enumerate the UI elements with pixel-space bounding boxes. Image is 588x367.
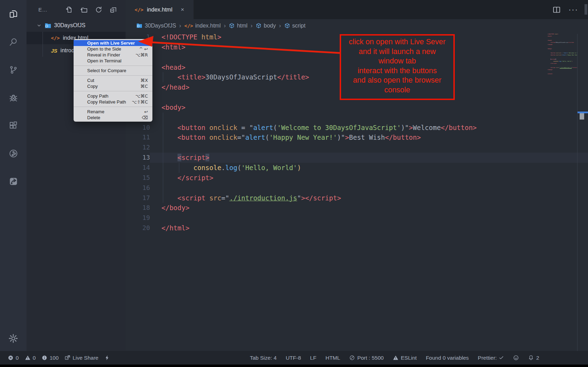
folder-icon	[136, 22, 143, 29]
menu-item-select-for-compare[interactable]: Select for Compare	[74, 68, 152, 74]
info-icon	[42, 355, 47, 361]
annotation-line: interact with the buttons	[341, 66, 453, 76]
activity-item-live-share[interactable]	[0, 167, 27, 195]
cube-icon	[284, 23, 290, 29]
code-line-8: 8<body>	[126, 102, 588, 113]
status-eslint[interactable]: ESLint	[393, 355, 417, 361]
status-problems-info[interactable]: 100	[42, 355, 59, 361]
menu-item-label: Select for Compare	[87, 68, 126, 73]
breadcrumb-item-index-html[interactable]: </>index.html	[184, 23, 220, 29]
status-eol[interactable]: LF	[310, 355, 316, 361]
close-tab-icon[interactable]: ×	[181, 6, 184, 13]
activity-item-source-control[interactable]	[0, 56, 27, 84]
menu-item-cut[interactable]: Cut⌘X	[74, 77, 152, 83]
minimap-token: </script>	[550, 63, 557, 64]
activity-item-run-debug[interactable]	[0, 84, 27, 112]
status-variables[interactable]: Found 0 variables	[426, 355, 469, 361]
status-live-share[interactable]: Live Share	[65, 355, 98, 361]
minimap-token: html	[554, 33, 557, 35]
activity-item-extensions[interactable]	[0, 112, 27, 139]
code-token	[161, 124, 178, 131]
scrollbar-thumb[interactable]	[585, 4, 587, 15]
refresh-button[interactable]	[95, 6, 103, 14]
minimap-token	[548, 61, 553, 62]
menu-item-copy-path[interactable]: Copy Path⌥⌘C	[74, 93, 152, 99]
menu-item-open-in-terminal[interactable]: Open in Terminal	[74, 58, 152, 64]
status-tab-size[interactable]: Tab Size: 4	[250, 355, 277, 361]
minimap-token: 30DaysOfJavaScript	[555, 42, 568, 43]
minimap-token	[548, 67, 550, 68]
breadcrumb-item-script[interactable]: script	[284, 23, 306, 29]
status-port[interactable]: Port : 5500	[349, 355, 384, 361]
code-token: onclick	[205, 133, 238, 141]
breadcrumb-item-html[interactable]: html	[229, 23, 247, 29]
activity-item-search[interactable]	[0, 28, 27, 56]
menu-item-copy[interactable]: Copy⌘C	[74, 83, 152, 89]
status-prettier[interactable]: Prettier:	[478, 355, 504, 361]
status-problems-errors-label: 0	[16, 355, 19, 361]
files-icon	[9, 9, 18, 19]
code-token: Welcome	[413, 124, 441, 131]
menu-item-reveal-in-finder[interactable]: Reveal in Finder⌥⌘R	[74, 52, 152, 58]
menu-item-open-to-the-side[interactable]: Open to the Side^ ↩	[74, 46, 152, 52]
tree-item-folder[interactable]: 30DaysOfJS	[27, 19, 126, 32]
code-token: <html>	[161, 43, 186, 51]
more-actions-icon[interactable]: ···	[568, 5, 578, 14]
status-language-mode[interactable]: HTML	[325, 355, 340, 361]
line-content	[150, 113, 588, 123]
line-content: </body>	[150, 203, 588, 213]
menu-item-rename[interactable]: Rename↩	[74, 109, 152, 115]
menu-item-shortcut: ⌥⇧⌘C	[132, 99, 148, 105]
collapse-all-button[interactable]	[110, 6, 117, 14]
new-folder-button[interactable]	[80, 6, 88, 14]
code-token	[161, 164, 194, 171]
indent-guide	[163, 193, 163, 203]
line-number: 10	[126, 123, 150, 133]
status-problems-errors[interactable]: 0	[8, 355, 19, 361]
explorer-header: E…	[27, 0, 126, 19]
tree-indent-guide	[43, 32, 43, 57]
menu-item-copy-relative-path[interactable]: Copy Relative Path⌥⇧⌘C	[74, 99, 152, 105]
minimap-line: </html>	[548, 73, 578, 75]
activity-item-settings[interactable]	[8, 334, 18, 345]
status-problems-warnings[interactable]: 0	[25, 355, 36, 361]
code-line-15: 15 </script>	[126, 173, 588, 183]
folder-icon	[44, 22, 52, 29]
minimap-token: script	[551, 59, 555, 60]
tab-index-html[interactable]: </> index.html ×	[126, 0, 194, 19]
minimap[interactable]: <!DOCTYPE html><html><head> <title>30Day…	[548, 33, 578, 75]
annotation-line: and it will launch a new	[341, 47, 453, 57]
line-content: <script>	[150, 153, 588, 163]
code-token: 'Hello, World'	[241, 164, 297, 171]
activity-item-git-graph[interactable]	[0, 139, 27, 167]
status-bar: 00100Live Share Tab Size: 4UTF-8LFHTMLPo…	[0, 351, 588, 365]
overview-ruler-thumb[interactable]	[580, 113, 584, 120]
status-notifications[interactable]: 2	[528, 355, 539, 361]
check-icon	[499, 355, 504, 360]
menu-item-open-with-live-server[interactable]: Open with Live Server	[74, 40, 152, 46]
status-feedback[interactable]	[513, 355, 519, 361]
new-file-button[interactable]	[66, 6, 73, 14]
folder-label: 30DaysOfJS	[54, 22, 85, 29]
minimap-token: </body>	[548, 69, 552, 70]
breadcrumb-separator: ›	[279, 22, 281, 29]
code-token: <	[178, 154, 181, 161]
breadcrumb-item-30daysofjs[interactable]: 30DaysOfJS	[136, 22, 176, 29]
minimap-line: <button onclick="alert('Happy New Year!'…	[548, 54, 578, 56]
status-power[interactable]	[104, 355, 110, 361]
menu-item-delete[interactable]: Delete⌫	[74, 115, 152, 121]
bolt-icon	[104, 355, 110, 361]
breadcrumb-item-body[interactable]: body	[256, 23, 276, 29]
status-encoding[interactable]: UTF-8	[286, 355, 301, 361]
status-bar-right: Tab Size: 4UTF-8LFHTMLPort : 5500ESLintF…	[250, 355, 539, 361]
error-icon	[8, 355, 14, 361]
indent-guide	[163, 173, 163, 183]
editor-right-border	[577, 34, 578, 351]
annotation-line: console	[341, 85, 453, 95]
minimap-token: <!DOCTYPE	[548, 33, 554, 35]
status-bar-left: 00100Live Share	[8, 355, 110, 361]
minimap-token: 'Welcome to 30DaysOfJavaScript'	[568, 52, 578, 54]
line-number: 16	[126, 183, 150, 193]
split-editor-icon[interactable]	[552, 6, 561, 14]
activity-item-explorer[interactable]	[0, 0, 27, 28]
